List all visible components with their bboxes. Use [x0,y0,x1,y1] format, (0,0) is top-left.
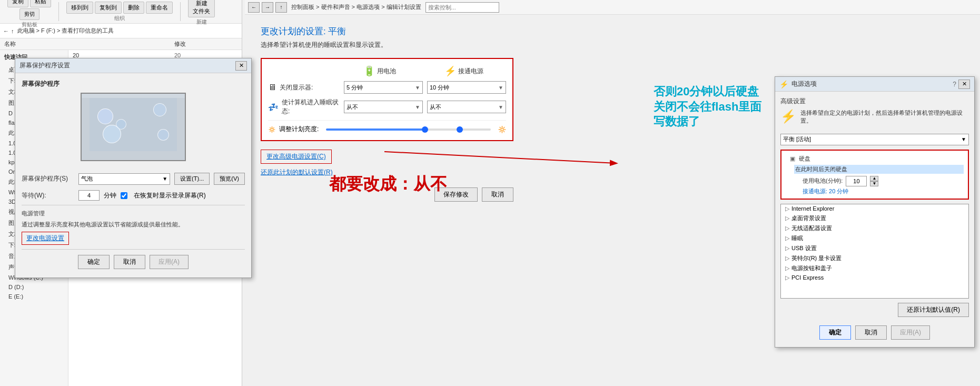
battery-sleep-select[interactable]: 从不 ▼ [344,101,423,113]
ss-select-label: 屏幕保护程序(S) [22,174,74,183]
adv-harddisk-label: 硬盘 [799,155,810,162]
paste-btn[interactable]: 粘贴 [30,0,51,7]
ss-select-value: 气泡 [81,175,93,183]
nav-back-btn[interactable]: ← [248,2,260,13]
adv-spin-down[interactable]: ▼ [870,181,878,186]
adv-tree-close-hdd[interactable]: 在此时间后关闭硬盘 [794,165,964,174]
screensaver-close-btn[interactable]: ✕ [235,61,247,71]
cut-btn[interactable]: 剪切 [19,8,39,20]
annotation-text: 都要改成：从不 [329,174,447,194]
adv-spin-up[interactable]: ▲ [870,176,878,181]
brightness-row: 🔅 调整计划亮度: 🔆 [268,120,506,134]
power-display-value: 10 分钟 [430,84,498,92]
adv-spin-arrows: ▲ ▼ [870,176,878,186]
close-display-label: 🖥 关闭显示器: [268,83,340,92]
copy-to-btn[interactable]: 复制到 [95,2,122,14]
sidebar-item-ee[interactable]: E (E:) [0,292,68,301]
file-explorer-toolbar: 复制 粘贴 剪切 剪贴板 移到到 复制到 删除 重命名 组织 新建文件夹 新建 [0,0,242,24]
cancel-btn[interactable]: 取消 [482,187,513,202]
change-power-link[interactable]: 更改电源设置 [22,232,69,245]
adv-power-title: 电源选项 [791,80,953,88]
adv-wifi-item[interactable]: ▷无线适配器设置 [781,223,968,233]
adv-intel-item[interactable]: ▷英特尔(R) 显卡设置 [781,253,968,263]
new-folder-btn[interactable]: 新建文件夹 [188,0,215,17]
organize-label: 组织 [114,15,125,22]
adv-apply-btn[interactable]: 应用(A) [891,325,930,340]
adv-desktop-item[interactable]: ▷桌面背景设置 [781,213,968,223]
adv-power-button-item[interactable]: ▷电源按钮和盖子 [781,263,968,273]
ss-preview-btn[interactable]: 预览(V) [214,173,245,185]
screensaver-titlebar: 屏幕保护程序设置 ✕ [15,58,251,73]
adv-power-body: 高级设置 ⚡ 选择希望自定义的电源计划，然后选择希望计算机管理的电源设置。 平衡… [775,92,974,347]
power-icon: ⚡ [444,65,456,77]
nav-forward-btn[interactable]: → [262,2,273,13]
power-mgmt-title: 电源管理 [22,210,245,217]
battery-display-value: 5 分钟 [347,84,415,92]
power-display-arrow: ▼ [498,85,503,91]
adv-plan-arrow: ▼ [961,136,966,142]
power-sleep-select[interactable]: 从不 ▼ [427,101,506,113]
adv-tree-harddisk[interactable]: ▣ 硬盘 [786,154,964,164]
expand-icon: ▣ [790,155,795,162]
battery-sleep-arrow: ▼ [415,104,420,110]
adv-ok-btn[interactable]: 确定 [819,325,851,340]
expand-icon-pci: ▷ [785,274,789,281]
adv-restore-btn[interactable]: 还原计划默认值(R) [898,303,969,317]
search-input[interactable] [425,2,499,13]
sidebar-item-dd[interactable]: D (D:) [0,282,68,292]
ss-select[interactable]: 气泡 ▼ [78,173,170,185]
toolbar-sep-1 [58,2,59,21]
battery-display-select[interactable]: 5 分钟 ▼ [344,81,423,94]
column-headers: 名称 修改 [0,38,242,50]
adv-section-title: 高级设置 [780,97,969,106]
power-display-select[interactable]: 10 分钟 ▼ [427,81,506,94]
adv-spin-battery-input[interactable] [846,176,867,186]
restore-label: 在恢复时显示登录屏幕(R) [134,191,206,200]
wait-label: 等待(W): [22,191,74,200]
expand-icon-power-btn: ▷ [785,265,789,271]
nav-up-btn[interactable]: ↑ [275,2,287,13]
move-to-btn[interactable]: 移到到 [66,2,93,14]
toolbar-sep-2 [180,2,181,21]
adv-plan-selector[interactable]: 平衡 [活动] ▼ [780,134,969,145]
delete-btn[interactable]: 删除 [123,2,144,14]
adv-description: 选择希望自定义的电源计划，然后选择希望计算机管理的电源设置。 [800,109,969,125]
adv-power-icon: ⚡ [779,80,788,88]
adv-ie-item[interactable]: ▷Internet Explorer [781,204,968,213]
toolbar-group-organize: 移到到 复制到 删除 重命名 组织 [63,2,176,22]
ss-settings-btn[interactable]: 设置(T)... [174,173,210,185]
power-col-header: ⚡ 接通电源 [422,65,506,77]
adv-close-btn[interactable]: ✕ [958,80,970,89]
brightness-high-icon: 🔆 [498,126,506,133]
restore-link[interactable]: 还原此计划的默认设置(R) [261,169,333,176]
battery-col-header: 🔋 用电池 [338,65,422,77]
copy-btn[interactable]: 复制 [7,0,28,7]
ss-cancel-btn[interactable]: 取消 [114,255,145,269]
new-label: 新建 [196,18,207,26]
rename-btn[interactable]: 重命名 [146,2,173,14]
close-display-text: 关闭显示器: [280,83,313,92]
power-label: 接通电源 [458,67,483,76]
ss-ok-btn[interactable]: 确定 [78,255,110,269]
adv-sleep-item[interactable]: ▷睡眠 [781,233,968,243]
file-date: 20 [174,52,237,58]
adv-spin-battery-row: 使用电池(分钟): ▲ ▼ [803,176,964,186]
power-sleep-value: 从不 [430,103,498,111]
adv-usb-item[interactable]: ▷USB 设置 [781,243,968,253]
screensaver-section-title: 屏幕保护程序 [22,80,245,88]
ss-apply-btn[interactable]: 应用(A) [150,255,189,269]
adv-pci-item[interactable]: ▷PCI Express [781,273,968,282]
restore-checkbox[interactable] [121,192,127,199]
battery-sleep-value: 从不 [347,103,415,111]
change-power-link[interactable]: 更改高级电源设置(C) [261,150,332,164]
adv-annotation-text: 否则20分钟以后硬盘关闭不会往flash里面写数据了 [654,84,769,130]
nav-back[interactable]: ← [3,28,9,34]
adv-power-titlebar: ⚡ 电源选项 ? ✕ [775,77,974,92]
file-name: 20 [73,52,174,58]
adv-question-mark: ? [953,81,956,88]
nav-up[interactable]: ↑ [11,28,14,34]
power-table: 🔋 用电池 ⚡ 接通电源 🖥 关闭显示器: 5 分钟 ▼ [261,58,513,141]
screensaver-title: 屏幕保护程序设置 [19,61,235,70]
adv-cancel-btn[interactable]: 取消 [855,325,887,340]
wait-input[interactable] [78,190,100,201]
